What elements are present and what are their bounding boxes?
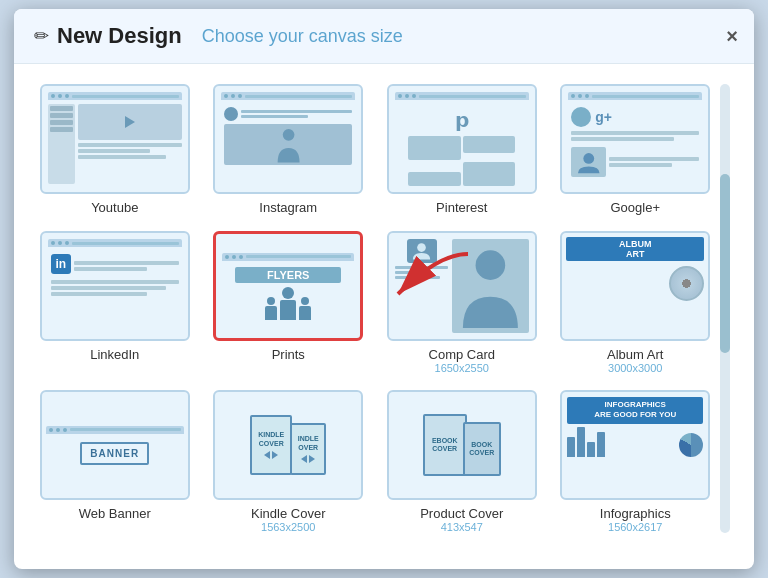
canvas-grid-wrapper: Youtube [38,84,712,533]
svg-point-1 [583,153,594,164]
canvas-thumb-prints: FLYERS [213,231,363,341]
canvas-item-pinterest[interactable]: 𝗽 Pinterest [385,84,539,215]
canvas-grid: Youtube [38,84,712,533]
label-album-art: Album Art [607,347,663,362]
canvas-thumb-linkedin: in [40,231,190,341]
canvas-thumb-web-banner: BANNER [40,390,190,500]
modal-subtitle: Choose your canvas size [202,26,403,47]
modal-title: New Design [57,23,182,49]
close-button[interactable]: × [726,25,738,48]
label-web-banner: Web Banner [79,506,151,521]
pencil-icon: ✏ [34,25,49,47]
canvas-item-instagram[interactable]: Instagram [212,84,366,215]
canvas-item-infographics[interactable]: INFOGRAPHICSARE GOOD FOR YOU [559,390,713,533]
svg-point-0 [282,129,294,141]
size-comp-card: 1650x2550 [435,362,489,374]
size-kindle-cover: 1563x2500 [261,521,315,533]
scrollbar[interactable] [720,84,730,533]
scrollbar-thumb [720,174,730,354]
label-pinterest: Pinterest [436,200,487,215]
size-album-art: 3000x3000 [608,362,662,374]
canvas-thumb-pinterest: 𝗽 [387,84,537,194]
label-prints: Prints [272,347,305,362]
label-kindle-cover: Kindle Cover [251,506,325,521]
canvas-thumb-instagram [213,84,363,194]
label-infographics: Infographics [600,506,671,521]
label-comp-card: Comp Card [429,347,495,362]
canvas-thumb-google-plus: g+ [560,84,710,194]
canvas-thumb-product-cover: EBOOKCOVER BOOKCOVER [387,390,537,500]
modal: ✏ New Design Choose your canvas size × [14,9,754,569]
modal-header: ✏ New Design Choose your canvas size × [14,9,754,64]
canvas-thumb-comp-card [387,231,537,341]
canvas-item-linkedin[interactable]: in LinkedIn [38,231,192,374]
canvas-thumb-album-art: ALBUMART [560,231,710,341]
header-title: ✏ New Design Choose your canvas size [34,23,403,49]
label-youtube: Youtube [91,200,138,215]
modal-body: Youtube [14,64,754,553]
label-instagram: Instagram [259,200,317,215]
canvas-item-album-art[interactable]: ALBUMART Album Art 3000x3000 [559,231,713,374]
label-linkedin: LinkedIn [90,347,139,362]
svg-point-3 [476,250,506,280]
canvas-thumb-infographics: INFOGRAPHICSARE GOOD FOR YOU [560,390,710,500]
canvas-thumb-youtube [40,84,190,194]
canvas-item-google-plus[interactable]: g+ [559,84,713,215]
label-product-cover: Product Cover [420,506,503,521]
canvas-item-youtube[interactable]: Youtube [38,84,192,215]
canvas-item-prints[interactable]: FLYERS [212,231,366,374]
canvas-thumb-kindle-cover: KINDLECOVER INDLEOVER [213,390,363,500]
svg-point-2 [417,243,426,252]
canvas-item-web-banner[interactable]: BANNER Web Banner [38,390,192,533]
canvas-item-product-cover[interactable]: EBOOKCOVER BOOKCOVER Product Cover 413x5… [385,390,539,533]
size-infographics: 1560x2617 [608,521,662,533]
label-google-plus: Google+ [610,200,660,215]
canvas-item-kindle-cover[interactable]: KINDLECOVER INDLEOVER Kindle Cover 1563x… [212,390,366,533]
size-product-cover: 413x547 [441,521,483,533]
canvas-item-comp-card[interactable]: Comp Card 1650x2550 [385,231,539,374]
